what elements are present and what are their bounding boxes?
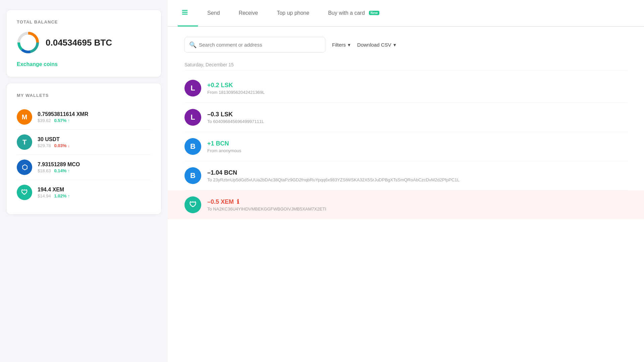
tx-amount-tx5: –0.5 XEM ℹ <box>207 198 627 205</box>
tx-coin-icon-tx1: L <box>184 80 201 97</box>
filters-label: Filters <box>332 42 346 48</box>
exchange-coins-button[interactable]: Exchange coins <box>17 61 58 67</box>
tx-info-tx2: –0.3 LSK To 60409684569649997111L <box>207 111 627 124</box>
wallet-change-xem: 1.02% ↑ <box>54 193 70 198</box>
wallet-item-xem[interactable]: 🛡 194.4 XEM $14.94 1.02% ↑ <box>17 180 151 205</box>
coin-icon-xmr: M <box>17 109 32 125</box>
tx-amount-tx1: +0.2 LSK <box>207 82 627 89</box>
balance-row: 0.04534695 BTC <box>17 31 151 54</box>
coin-icon-mco: ⬡ <box>17 160 32 175</box>
tx-coin-icon-tx3: B <box>184 138 201 155</box>
tx-info-tx4: –1.04 BCN To 23yRzbnUp5dGd5vUUa2bDAc38Qt… <box>207 169 627 182</box>
tab-bar: Send Receive Top up phone Buy with a car… <box>168 0 644 27</box>
tx-address-tx1: From 181309562042421369L <box>207 90 627 95</box>
tx-address-tx4: To 23yRzbnUp5dGd5vUUa2bDAc38QtaPz9GD2fnq… <box>207 177 627 182</box>
tab-receive[interactable]: Receive <box>229 0 267 26</box>
wallet-change-mco: 0.14% ↑ <box>54 168 70 173</box>
search-bar-row: 🔍 Filters ▾ Download CSV ▾ <box>184 37 627 53</box>
tx-coin-icon-tx5: 🛡 <box>184 196 201 213</box>
wallet-info-xmr: 0.75953811614 XMR $39.62 0.57% ↑ <box>38 111 151 123</box>
transaction-content: 🔍 Filters ▾ Download CSV ▾ Saturday, Dec… <box>168 27 644 362</box>
tx-amount-tx4: –1.04 BCN <box>207 169 627 176</box>
wallet-info-xem: 194.4 XEM $14.94 1.02% ↑ <box>38 187 151 198</box>
tx-info-tx5: –0.5 XEM ℹ To NA2KC36U4YIHDVMBEKGGFWBGOI… <box>207 198 627 212</box>
tx-info-tx1: +0.2 LSK From 181309562042421369L <box>207 82 627 95</box>
receive-label: Receive <box>238 10 258 16</box>
filters-button[interactable]: Filters ▾ <box>332 42 351 48</box>
tx-coin-icon-tx2: L <box>184 109 201 126</box>
wallet-fiat-usdt: $29.78 0.03% ↓ <box>38 143 151 148</box>
wallet-fiat-xem: $14.94 1.02% ↑ <box>38 193 151 198</box>
wallet-item-usdt[interactable]: T 30 USDT $29.78 0.03% ↓ <box>17 130 151 155</box>
date-label: Saturday, December 15 <box>184 62 627 70</box>
wallet-info-mco: 7.93151289 MCO $18.63 0.14% ↑ <box>38 162 151 173</box>
wallet-change-usdt: 0.03% ↓ <box>54 143 70 148</box>
wallet-info-usdt: 30 USDT $29.78 0.03% ↓ <box>38 136 151 148</box>
coin-icon-usdt: T <box>17 134 32 150</box>
tab-send[interactable]: Send <box>198 0 229 26</box>
chevron-down-icon-csv: ▾ <box>393 42 396 48</box>
wallet-item-xmr[interactable]: M 0.75953811614 XMR $39.62 0.57% ↑ <box>17 105 151 130</box>
balance-amount: 0.04534695 BTC <box>46 38 112 48</box>
wallet-fiat-xmr: $39.62 0.57% ↑ <box>38 118 151 123</box>
wallet-change-xmr: 0.57% ↑ <box>54 118 70 123</box>
svg-rect-5 <box>182 10 188 11</box>
search-icon: 🔍 <box>189 41 197 49</box>
chevron-down-icon: ▾ <box>348 42 351 48</box>
tab-history[interactable] <box>178 0 198 26</box>
csv-label: Download CSV <box>357 42 391 48</box>
download-csv-button[interactable]: Download CSV ▾ <box>357 42 396 48</box>
new-badge: New <box>369 11 380 15</box>
tab-buycard[interactable]: Buy with a card New <box>319 0 389 26</box>
topup-label: Top up phone <box>277 10 309 16</box>
send-label: Send <box>207 10 220 16</box>
list-icon <box>181 9 189 17</box>
tx-item-tx4[interactable]: B –1.04 BCN To 23yRzbnUp5dGd5vUUa2bDAc38… <box>184 161 627 190</box>
total-balance-card: TOTAL BALANCE 0.04534695 BTC Exchange co… <box>7 10 161 77</box>
svg-rect-6 <box>182 12 188 13</box>
search-input-wrap: 🔍 <box>184 37 325 53</box>
my-wallets-card: MY WALLETS M 0.75953811614 XMR $39.62 0.… <box>7 83 161 214</box>
wallet-amount-mco: 7.93151289 MCO <box>38 162 151 168</box>
tx-coin-icon-tx4: B <box>184 167 201 184</box>
wallet-amount-xmr: 0.75953811614 XMR <box>38 111 151 117</box>
search-input[interactable] <box>184 37 325 53</box>
tx-item-tx3[interactable]: B +1 BCN From anonymous <box>184 132 627 161</box>
wallets-title: MY WALLETS <box>17 93 151 98</box>
wallet-amount-xem: 194.4 XEM <box>38 187 151 193</box>
buycard-label: Buy with a card <box>328 10 365 16</box>
balance-donut-chart <box>17 31 40 54</box>
wallet-fiat-mco: $18.63 0.14% ↑ <box>38 168 151 173</box>
tx-address-tx5: To NA2KC36U4YIHDVMBEKGGFWBGOIVJMB5XAM7X2… <box>207 206 627 212</box>
tx-item-tx5[interactable]: 🛡 –0.5 XEM ℹ To NA2KC36U4YIHDVMBEKGGFWBG… <box>168 190 644 219</box>
left-panel: TOTAL BALANCE 0.04534695 BTC Exchange co… <box>0 0 168 362</box>
wallet-amount-usdt: 30 USDT <box>38 136 151 142</box>
tx-info-tx3: +1 BCN From anonymous <box>207 140 627 153</box>
wallets-list: M 0.75953811614 XMR $39.62 0.57% ↑ T 30 … <box>17 105 151 205</box>
total-balance-title: TOTAL BALANCE <box>17 19 151 24</box>
right-panel: Send Receive Top up phone Buy with a car… <box>168 0 644 362</box>
tx-address-tx3: From anonymous <box>207 148 627 153</box>
tx-item-tx1[interactable]: L +0.2 LSK From 181309562042421369L <box>184 74 627 103</box>
transaction-list: L +0.2 LSK From 181309562042421369L L –0… <box>184 74 627 219</box>
tab-topup[interactable]: Top up phone <box>267 0 319 26</box>
tx-amount-tx3: +1 BCN <box>207 140 627 147</box>
svg-rect-7 <box>182 13 188 14</box>
tx-address-tx2: To 60409684569649997111L <box>207 119 627 124</box>
wallet-item-mco[interactable]: ⬡ 7.93151289 MCO $18.63 0.14% ↑ <box>17 155 151 180</box>
tx-amount-tx2: –0.3 LSK <box>207 111 627 118</box>
tx-item-tx2[interactable]: L –0.3 LSK To 60409684569649997111L <box>184 103 627 132</box>
coin-icon-xem: 🛡 <box>17 185 32 200</box>
